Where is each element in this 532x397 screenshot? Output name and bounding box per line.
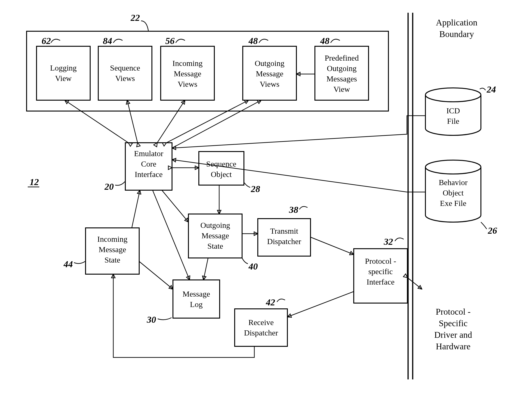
- ref-overall: 12: [30, 177, 39, 187]
- svg-rect-11: [173, 280, 220, 318]
- label-application-boundary: Application Boundary: [436, 18, 477, 39]
- incoming-state-line3: State: [104, 256, 120, 264]
- emulator-core-line1: Emulator: [134, 149, 164, 158]
- sequence-object-line1: Sequence: [206, 160, 236, 168]
- emulator-core-line3: Interface: [135, 170, 163, 179]
- predefined-views-line2: Outgoing: [327, 64, 356, 73]
- svg-line-26: [162, 190, 189, 222]
- cylinder-behavior-file: Behavior Object Exe File: [425, 160, 481, 222]
- ref-outgoing-state: 40: [248, 261, 258, 272]
- protocol-interface-line3: Interface: [367, 278, 395, 286]
- outgoing-views-line3: Views: [260, 80, 280, 88]
- svg-line-32: [132, 190, 140, 228]
- svg-line-22: [166, 100, 249, 143]
- ref-predefined-views: 48: [320, 36, 330, 46]
- logging-view-line1: Logging: [50, 64, 77, 72]
- svg-rect-4: [98, 46, 152, 100]
- box-sequence-views: Sequence Views: [98, 46, 152, 100]
- behavior-file-line3: Exe File: [440, 199, 466, 208]
- box-emulator-core: Emulator Core Interface: [125, 143, 172, 190]
- protocol-driver-line2: Specific: [439, 318, 468, 328]
- logging-view-line2: View: [55, 74, 72, 83]
- svg-line-33: [139, 261, 173, 289]
- protocol-interface-line2: specific: [368, 267, 393, 276]
- ref-transmit-dispatcher: 38: [289, 205, 298, 215]
- application-boundary-line: [408, 13, 413, 379]
- box-message-log: Message Log: [173, 280, 220, 318]
- svg-line-21: [157, 100, 185, 143]
- diagram-root: Logging View Sequence Views Incoming Mes…: [0, 0, 532, 397]
- ref-top-container: 22: [130, 12, 140, 23]
- sequence-views-line2: Views: [115, 74, 135, 83]
- svg-line-31: [287, 292, 354, 317]
- incoming-views-line2: Message: [174, 69, 201, 78]
- ref-incoming-state: 44: [63, 259, 73, 269]
- message-log-line2: Log: [190, 300, 203, 309]
- message-log-line1: Message: [183, 290, 210, 298]
- ref-sequence-object: 28: [251, 184, 260, 194]
- sequence-views-line1: Sequence: [110, 64, 140, 72]
- ref-outgoing-views: 48: [248, 36, 258, 46]
- ref-icd-file: 24: [486, 84, 496, 95]
- ref-sequence-views: 84: [103, 36, 112, 46]
- ref-incoming-views: 56: [165, 36, 175, 46]
- incoming-state-line2: Message: [99, 245, 126, 254]
- ref-logging-view: 62: [42, 36, 51, 46]
- connectors: [65, 74, 425, 357]
- svg-line-30: [311, 237, 354, 254]
- icd-file-line1: ICD: [446, 106, 460, 115]
- predefined-views-line4: View: [333, 85, 350, 93]
- ref-emulator-core: 20: [104, 181, 114, 192]
- label-protocol-driver: Protocol - Specific Driver and Hardware: [434, 307, 472, 351]
- svg-line-23: [172, 100, 261, 148]
- protocol-driver-line1: Protocol -: [436, 307, 471, 316]
- svg-line-34: [407, 278, 422, 289]
- box-incoming-views: Incoming Message Views: [161, 46, 214, 100]
- transmit-dispatcher-line1: Transmit: [270, 227, 298, 235]
- predefined-views-line3: Messages: [326, 74, 357, 83]
- svg-rect-14: [235, 309, 287, 346]
- svg-line-19: [65, 100, 128, 143]
- application-boundary-line1: Application: [436, 18, 477, 27]
- protocol-driver-line4: Hardware: [436, 341, 471, 351]
- outgoing-views-line2: Message: [256, 69, 283, 78]
- ref-receive-dispatcher: 42: [266, 297, 275, 307]
- behavior-file-line2: Object: [443, 189, 464, 197]
- svg-point-16: [425, 88, 481, 102]
- incoming-views-line1: Incoming: [172, 59, 202, 68]
- ref-message-log: 30: [147, 314, 156, 325]
- svg-line-28: [203, 258, 208, 280]
- incoming-views-line3: Views: [178, 80, 197, 88]
- outgoing-state-line3: State: [207, 242, 223, 250]
- protocol-driver-line3: Driver and: [434, 330, 472, 340]
- box-receive-dispatcher: Receive Dispatcher: [235, 309, 287, 346]
- box-outgoing-views: Outgoing Message Views: [243, 46, 296, 100]
- svg-rect-3: [37, 46, 90, 100]
- application-boundary-line2: Boundary: [439, 29, 474, 39]
- outgoing-state-line1: Outgoing: [201, 221, 230, 230]
- outgoing-views-line1: Outgoing: [255, 59, 284, 68]
- behavior-file-line1: Behavior: [439, 178, 468, 187]
- svg-line-20: [127, 100, 138, 143]
- svg-line-27: [153, 190, 190, 280]
- box-transmit-dispatcher: Transmit Dispatcher: [258, 219, 311, 256]
- transmit-dispatcher-line2: Dispatcher: [267, 237, 301, 246]
- receive-dispatcher-line1: Receive: [248, 318, 274, 327]
- outgoing-state-line2: Message: [202, 231, 229, 240]
- box-incoming-state: Incoming Message State: [86, 228, 139, 274]
- icd-file-line2: File: [447, 117, 459, 125]
- sequence-object-line2: Object: [211, 170, 232, 179]
- protocol-interface-line1: Protocol -: [365, 257, 396, 265]
- ref-protocol-interface: 32: [384, 236, 393, 247]
- box-outgoing-state: Outgoing Message State: [189, 214, 242, 258]
- ref-behavior-file: 26: [488, 225, 497, 236]
- predefined-views-line1: Predefined: [325, 54, 359, 62]
- box-logging-view: Logging View: [37, 46, 90, 100]
- emulator-core-line2: Core: [141, 160, 156, 168]
- box-protocol-interface: Protocol - specific Interface: [354, 249, 407, 303]
- cylinder-icd-file: ICD File: [425, 88, 481, 135]
- svg-point-17: [425, 160, 481, 174]
- box-predefined-views: Predefined Outgoing Messages View: [315, 46, 368, 100]
- receive-dispatcher-line2: Dispatcher: [244, 329, 278, 337]
- incoming-state-line1: Incoming: [97, 235, 127, 243]
